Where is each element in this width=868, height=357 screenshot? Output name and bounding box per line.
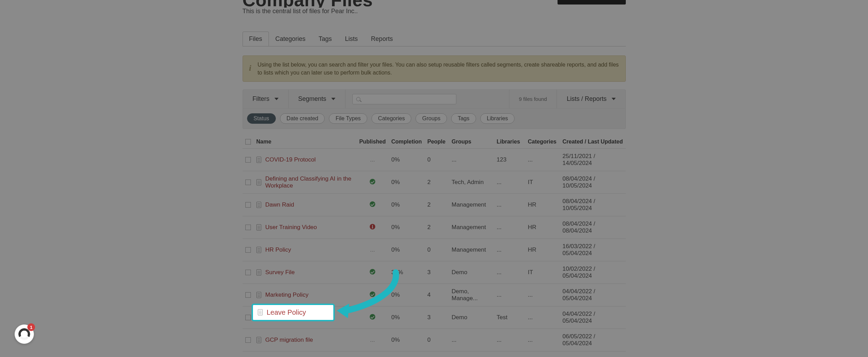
chevron-down-icon xyxy=(612,98,616,100)
cell-completion: 0% xyxy=(388,149,424,171)
file-name-link[interactable]: Defining and Classifying AI in the Workp… xyxy=(265,175,354,189)
filter-pill-libraries[interactable]: Libraries xyxy=(480,113,515,124)
row-checkbox[interactable] xyxy=(245,337,251,343)
filters-dropdown[interactable]: Filters xyxy=(243,90,288,108)
table-row: Dawn Raid0%2Management...HR08/04/2024 / … xyxy=(243,194,626,216)
file-name-link[interactable]: GCP migration file xyxy=(265,337,313,343)
tab-tags[interactable]: Tags xyxy=(312,32,339,46)
published-icon xyxy=(370,179,375,184)
search-input[interactable] xyxy=(352,94,456,104)
page-subtitle: This is the central list of files for Pe… xyxy=(243,8,626,15)
cell-categories: ... xyxy=(525,284,560,306)
row-checkbox[interactable] xyxy=(245,315,251,320)
file-name-link[interactable]: Marketing Policy xyxy=(265,291,309,298)
table-row: Defining and Classifying AI in the Workp… xyxy=(243,171,626,194)
cell-categories: HR xyxy=(525,194,560,216)
column-people[interactable]: People xyxy=(424,135,449,149)
svg-marker-0 xyxy=(337,304,349,318)
cell-people: 3 xyxy=(424,261,449,284)
file-name-link[interactable]: Dawn Raid xyxy=(265,201,294,208)
tab-categories[interactable]: Categories xyxy=(269,32,312,46)
filters-label: Filters xyxy=(253,95,270,103)
cell-libraries: ... xyxy=(494,329,525,351)
cell-dates: 04/04/2022 / 05/04/2024 xyxy=(560,284,625,306)
row-checkbox[interactable] xyxy=(245,225,251,230)
filter-pill-groups[interactable]: Groups xyxy=(415,113,447,124)
cell-dates: 08/04/2024 / 10/05/2024 xyxy=(560,171,625,194)
chevron-down-icon xyxy=(331,98,335,100)
cell-people: 0 xyxy=(424,329,449,351)
column-libraries[interactable]: Libraries xyxy=(494,135,525,149)
cell-categories: IT xyxy=(525,261,560,284)
page-title: Company Files xyxy=(243,0,373,8)
cell-libraries: ... xyxy=(494,261,525,284)
cell-categories: ... xyxy=(525,149,560,171)
filter-pill-date-created[interactable]: Date created xyxy=(280,113,325,124)
segments-dropdown[interactable]: Segments xyxy=(288,90,345,108)
file-name-link[interactable]: User Training Video xyxy=(265,224,317,231)
filter-pill-tags[interactable]: Tags xyxy=(451,113,476,124)
column-categories[interactable]: Categories xyxy=(525,135,560,149)
file-icon xyxy=(256,269,261,276)
cell-libraries: ... xyxy=(494,239,525,261)
select-all-checkbox[interactable] xyxy=(245,139,251,145)
tab-files[interactable]: Files xyxy=(243,32,269,46)
column-name[interactable]: Name xyxy=(254,135,357,149)
select-all-header xyxy=(243,135,254,149)
cell-categories: ... xyxy=(525,306,560,329)
search-container xyxy=(345,90,509,108)
lists-reports-dropdown[interactable]: Lists / Reports xyxy=(556,90,625,108)
published-none: ... xyxy=(370,337,375,343)
file-name-link[interactable]: HR Policy xyxy=(265,246,291,253)
table-row: Survey File33%3Demo...IT10/02/2022 / 05/… xyxy=(243,261,626,284)
published-icon xyxy=(370,201,375,207)
row-checkbox[interactable] xyxy=(245,270,251,275)
file-icon xyxy=(256,292,261,298)
file-icon xyxy=(256,157,261,163)
cell-dates: 08/04/2024 / 08/04/2024 xyxy=(560,216,625,239)
column-published[interactable]: Published xyxy=(357,135,388,149)
column-completion[interactable]: Completion xyxy=(388,135,424,149)
row-checkbox[interactable] xyxy=(245,180,251,185)
file-icon xyxy=(256,202,261,208)
cell-groups: Management xyxy=(449,216,494,239)
cell-dates: 04/04/2022 / 05/04/2024 xyxy=(560,306,625,329)
unpublished-icon xyxy=(370,224,375,229)
table-row: COVID-19 Protocol...0%0...123...25/11/20… xyxy=(243,149,626,171)
help-widget[interactable]: 1 xyxy=(15,324,34,344)
cell-libraries: Test xyxy=(494,306,525,329)
cell-groups: Demo xyxy=(449,306,494,329)
cell-dates: 25/11/2021 / 14/05/2024 xyxy=(560,149,625,171)
cell-people: 4 xyxy=(424,284,449,306)
filter-pill-categories[interactable]: Categories xyxy=(371,113,411,124)
column-groups[interactable]: Groups xyxy=(449,135,494,149)
published-none: ... xyxy=(370,246,375,253)
tab-reports[interactable]: Reports xyxy=(365,32,400,46)
cell-dates: 10/02/2022 / 05/04/2024 xyxy=(560,261,625,284)
file-name-link[interactable]: Survey File xyxy=(265,269,295,276)
cell-libraries: ... xyxy=(494,216,525,239)
cell-libraries: ... xyxy=(494,171,525,194)
column-dates[interactable]: Created / Last Updated xyxy=(560,135,625,149)
cell-groups: Demo xyxy=(449,261,494,284)
lists-reports-label: Lists / Reports xyxy=(567,95,606,103)
filter-pill-status[interactable]: Status xyxy=(247,113,276,124)
cell-people: 3 xyxy=(424,306,449,329)
row-checkbox[interactable] xyxy=(245,292,251,298)
toolbar: Filters Segments 9 files found Lists / R… xyxy=(243,89,626,108)
cell-dates: 06/05/2022 / 05/04/2024 xyxy=(560,329,625,351)
chevron-down-icon xyxy=(274,98,279,100)
file-name-link[interactable]: Leave Policy xyxy=(267,308,306,316)
cell-people: 2 xyxy=(424,216,449,239)
file-name-link[interactable]: COVID-19 Protocol xyxy=(265,156,316,163)
row-checkbox[interactable] xyxy=(245,157,251,163)
row-checkbox[interactable] xyxy=(245,202,251,208)
filter-pill-file-types[interactable]: File Types xyxy=(329,113,367,124)
tab-lists[interactable]: Lists xyxy=(339,32,365,46)
row-checkbox[interactable] xyxy=(245,247,251,253)
cell-groups: Demo, Manage... xyxy=(449,284,494,306)
cell-groups: Tech, Admin xyxy=(449,171,494,194)
table-row: GCP migration file...0%0.........06/05/2… xyxy=(243,329,626,351)
info-banner-text: Using the list below, you can search and… xyxy=(257,61,619,77)
cell-groups: ... xyxy=(449,329,494,351)
